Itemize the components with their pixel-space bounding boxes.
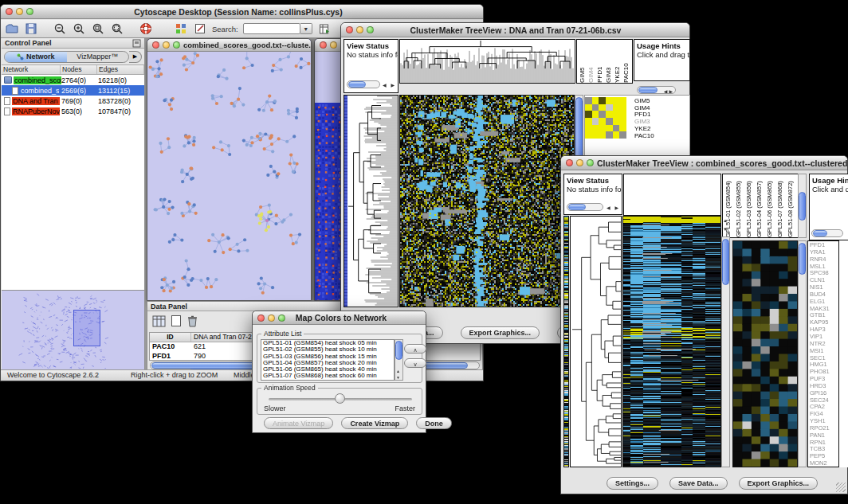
gene-label[interactable]: PAC10 [634,133,654,140]
column-labels-vscrollbar[interactable] [798,174,807,238]
network-edges-count: 13112(15) [98,87,144,95]
zoom-fit-icon[interactable] [110,21,124,36]
zoom-in-icon[interactable] [72,21,86,36]
close-button[interactable] [152,41,159,49]
zoom-matrix[interactable] [585,97,626,139]
dialog-button[interactable]: Create Vizmap [341,417,408,429]
search-dropdown-icon[interactable]: ▼ [300,23,312,34]
delete-attribute-icon[interactable] [186,315,198,327]
new-attribute-icon[interactable] [171,315,182,327]
zoom-button[interactable] [367,26,374,33]
column-label[interactable]: GPL51-07 (GSM868) [775,174,786,237]
zoom-button[interactable] [26,8,33,15]
vizmapper-icon[interactable] [174,21,188,36]
column-label[interactable]: PFD1 [595,40,604,83]
column-label[interactable]: YKE2 [613,40,622,83]
view-status-hscrollbar[interactable] [347,80,380,88]
network-a-titlebar[interactable]: combined_scores_good.txt--cluste... [147,39,311,52]
dialog-titlebar[interactable]: Map Colors to Network [253,311,426,325]
zoom-selected-icon[interactable] [91,21,105,36]
network-table-row[interactable]: combined_sco 2569(6) 13112(15) [2,85,144,96]
tab-vizmapper[interactable]: VizMapper™ [67,52,129,62]
view-status-text: No status info for this view [564,185,622,193]
network-row-icon [12,87,18,95]
column-label[interactable]: GIM5 [578,40,587,83]
move-down-button[interactable]: ∨ [404,358,426,368]
view-status-hscrollbar[interactable] [567,203,603,211]
zoom-button[interactable] [173,41,180,49]
select-attributes-icon[interactable] [152,315,166,327]
row-dendrogram[interactable] [570,216,622,467]
treeview2-titlebar[interactable]: ClusterMaker TreeView : combined_scores_… [561,156,847,170]
column-label[interactable]: PAC10 [622,40,630,83]
birdseye-view[interactable] [2,290,144,369]
global-heatmap[interactable] [399,95,575,307]
zoom-heatmap[interactable] [732,240,798,467]
help-lifering-icon[interactable] [139,21,153,36]
dialog-button[interactable]: Done [416,417,452,429]
column-label[interactable]: GPL51-08 (GSM872) [786,174,796,237]
zoom-out-icon[interactable] [53,21,67,36]
main-titlebar[interactable]: Cytoscape Desktop (Session Name: collins… [1,5,483,19]
search-input[interactable] [243,23,300,34]
usage-hints-hscrollbar[interactable] [811,229,843,237]
minimize-button[interactable] [16,8,23,15]
annotation-icon[interactable] [193,21,207,36]
attribute-list-item[interactable]: GPL51-07 (GSM868) heat shock 60 min [261,373,394,379]
dialog-button[interactable]: Animate Vizmap [264,417,333,429]
network-table-row[interactable]: combined_scores_ 2764(0) 16218(0) [2,75,144,85]
treeview-button[interactable]: Settings... [607,477,658,490]
import-table-icon[interactable] [317,21,332,36]
network-a-canvas[interactable] [147,52,311,300]
close-button[interactable] [566,159,573,166]
treeview-button[interactable]: Export Graphics... [739,477,819,490]
minimize-button[interactable] [576,159,583,166]
network-table-row[interactable]: DNA and Tran 07 769(0) 183728(0) [2,96,144,106]
column-label[interactable]: GPL51-06 (GSM865) [765,174,775,237]
scroll-up-arrow[interactable]: ▲ [396,369,400,373]
nav-arrows[interactable]: ◀ ▶ [607,205,620,210]
open-folder-icon[interactable] [5,21,19,36]
row-dendrogram[interactable] [344,95,398,307]
minimize-button[interactable] [356,26,363,33]
treeview1-titlebar[interactable]: ClusterMaker TreeView : DNA and Tran 07-… [341,23,689,37]
column-dendrogram[interactable] [623,174,721,216]
attribute-list-vscrollbar[interactable]: ▲ ▼ [395,339,403,381]
save-icon[interactable] [24,21,38,36]
minimize-button[interactable] [163,41,170,49]
nav-arrows[interactable]: ◀ ▶ [383,82,396,88]
resize-grip[interactable] [836,483,846,492]
global-heatmap[interactable] [622,216,721,467]
move-up-button[interactable]: ∧ [404,344,426,354]
treeview-button[interactable]: Save Data... [669,477,728,490]
tab-network[interactable]: Network [5,52,67,62]
column-label[interactable]: GIM4 [587,40,595,83]
column-label[interactable]: GPL51-03 (GSM856) [744,174,755,237]
minimize-button[interactable] [268,315,275,322]
treeview-button[interactable]: Export Graphics... [461,326,540,339]
faster-label: Faster [395,404,415,412]
gene-label[interactable]: MON2 [810,460,838,467]
column-label[interactable]: GIM3 [604,40,613,83]
close-button[interactable] [320,41,327,49]
close-button[interactable] [6,8,13,15]
zoom-button[interactable] [278,315,285,322]
slider-thumb[interactable] [335,393,345,404]
treeview2-title: ClusterMaker TreeView : combined_scores_… [594,158,847,168]
close-button[interactable] [346,26,353,33]
column-dendrogram[interactable] [399,39,575,84]
tab-overflow-arrow[interactable]: ▶ [129,51,142,63]
minimize-button[interactable] [330,41,337,49]
column-label[interactable]: GPL51-02 (GSM855) [734,174,744,237]
scroll-down-arrow[interactable]: ▼ [396,375,400,380]
zoomview-hscrollbar[interactable]: ◀▶ [637,86,676,94]
scroll-arrows[interactable]: ▲▼ [720,217,730,236]
zoom-vscrollbar[interactable] [798,240,807,467]
float-panel-icon[interactable] [132,39,141,48]
global-vscrollbar[interactable] [721,236,730,467]
birdseye-viewport-rect[interactable] [73,310,100,346]
column-label[interactable]: GPL51-04 (GSM857) [755,174,765,237]
zoom-button[interactable] [587,159,594,166]
close-button[interactable] [257,315,265,322]
network-table-row[interactable]: RNAPuberNov2+ 563(0) 107847(0) [2,106,144,116]
